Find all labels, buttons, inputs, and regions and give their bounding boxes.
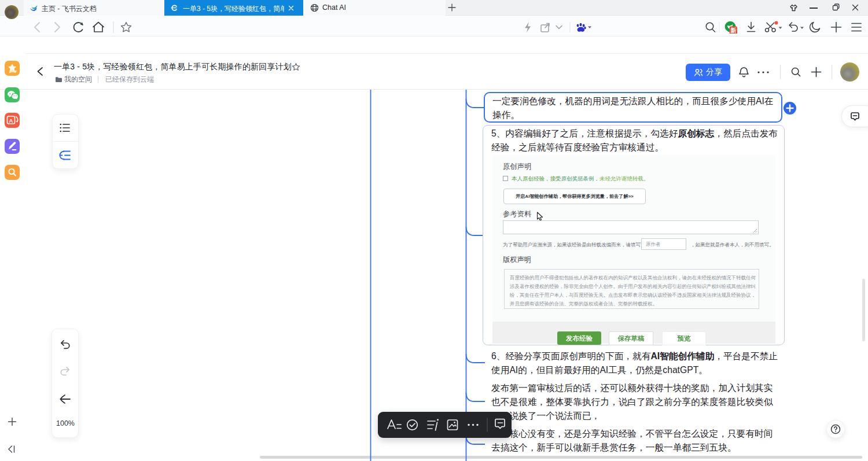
- svg-text:新: 新: [730, 27, 737, 34]
- svg-text:A: A: [9, 117, 13, 124]
